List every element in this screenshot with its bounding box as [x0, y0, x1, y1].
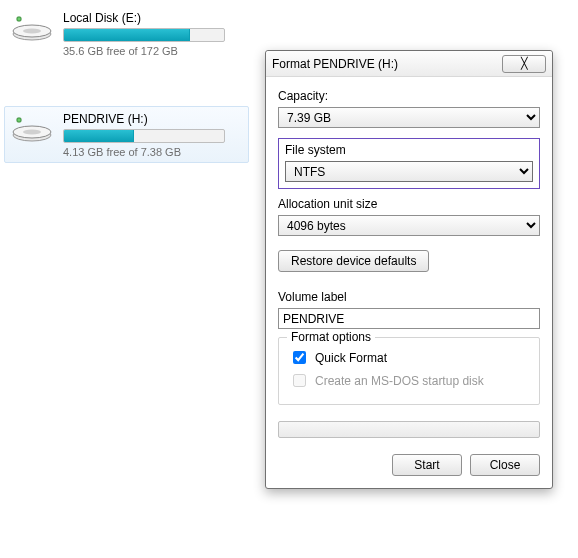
drive-free-text: 4.13 GB free of 7.38 GB	[63, 146, 242, 158]
drive-name: PENDRIVE (H:)	[63, 112, 242, 126]
quick-format-row[interactable]: Quick Format	[289, 348, 529, 367]
allocation-label: Allocation unit size	[278, 197, 540, 211]
volume-label-label: Volume label	[278, 290, 540, 304]
msdos-row: Create an MS-DOS startup disk	[289, 371, 529, 390]
volume-label-input[interactable]	[278, 308, 540, 329]
capacity-bar	[63, 28, 225, 42]
quick-format-label: Quick Format	[315, 351, 387, 365]
drive-free-text: 35.6 GB free of 172 GB	[63, 45, 242, 57]
file-system-label: File system	[285, 143, 533, 157]
capacity-select[interactable]: 7.39 GB	[278, 107, 540, 128]
svg-rect-3	[17, 17, 21, 21]
drive-item-pendrive-h[interactable]: PENDRIVE (H:) 4.13 GB free of 7.38 GB	[4, 106, 249, 163]
dialog-title: Format PENDRIVE (H:)	[272, 57, 398, 71]
format-dialog: Format PENDRIVE (H:) ╳ Capacity: 7.39 GB…	[265, 50, 553, 489]
start-button[interactable]: Start	[392, 454, 462, 476]
drive-info: Local Disk (E:) 35.6 GB free of 172 GB	[63, 10, 242, 57]
capacity-fill	[64, 130, 134, 142]
close-button[interactable]: ╳	[502, 55, 546, 73]
drive-name: Local Disk (E:)	[63, 11, 242, 25]
dialog-body: Capacity: 7.39 GB File system NTFS Alloc…	[266, 77, 552, 488]
svg-point-2	[23, 29, 41, 34]
quick-format-checkbox[interactable]	[293, 351, 306, 364]
close-icon: ╳	[521, 57, 528, 70]
hard-drive-icon	[11, 10, 53, 42]
file-system-group: File system NTFS	[278, 138, 540, 189]
close-dialog-button[interactable]: Close	[470, 454, 540, 476]
capacity-fill	[64, 29, 190, 41]
svg-rect-7	[17, 118, 21, 122]
format-options-label: Format options	[287, 330, 375, 344]
hard-drive-icon	[11, 111, 53, 143]
capacity-label: Capacity:	[278, 89, 540, 103]
format-options-group: Format options Quick Format Create an MS…	[278, 337, 540, 405]
msdos-label: Create an MS-DOS startup disk	[315, 374, 484, 388]
drive-info: PENDRIVE (H:) 4.13 GB free of 7.38 GB	[63, 111, 242, 158]
capacity-bar	[63, 129, 225, 143]
svg-point-6	[23, 130, 41, 135]
restore-defaults-button[interactable]: Restore device defaults	[278, 250, 429, 272]
format-progress-bar	[278, 421, 540, 438]
msdos-checkbox	[293, 374, 306, 387]
drive-item-local-disk-e[interactable]: Local Disk (E:) 35.6 GB free of 172 GB	[4, 5, 249, 62]
titlebar[interactable]: Format PENDRIVE (H:) ╳	[266, 51, 552, 77]
allocation-select[interactable]: 4096 bytes	[278, 215, 540, 236]
dialog-buttons: Start Close	[278, 454, 540, 476]
file-system-select[interactable]: NTFS	[285, 161, 533, 182]
